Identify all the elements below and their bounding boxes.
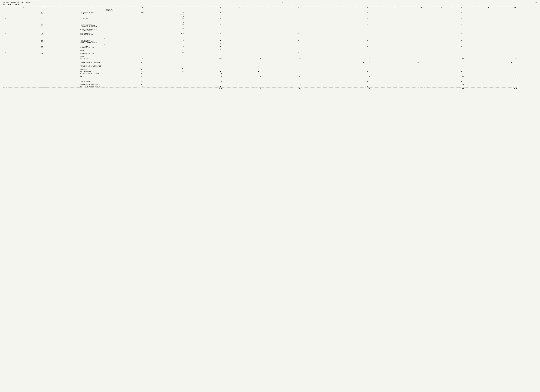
row-num: 42 xyxy=(3,46,6,50)
col-header-3: 3 xyxy=(80,7,106,9)
row-c12: •-------- xyxy=(513,12,517,16)
row-c6: •-------- xyxy=(219,12,222,16)
summary-row-itogo-smete: ИТОГО ПО СМЕТЕ РУБ.---- 6893 512 215 46-… xyxy=(3,58,537,62)
preheader-row: ЧИСЛОМ ЖИЛ И СЕЧЕНИЕМ,ММ2;10Х4 xyxy=(3,9,537,12)
col-header-sep2: : xyxy=(46,7,80,9)
col-header-2: 2 xyxy=(41,7,46,9)
smetnaya-zp-unit: РУБ. xyxy=(140,86,145,88)
col-header-sep7: : xyxy=(262,7,296,9)
itogo-smete-col10 xyxy=(419,58,425,62)
normativ-trud-label: НОРМАТИВНАЯ ТРУДОЕМКОСТЬ В Н.Р. = xyxy=(80,84,106,86)
itogo-smete-col11: 386--------- xyxy=(459,58,464,62)
row-c8: 1 xyxy=(296,12,301,16)
row-num: 37 xyxy=(3,12,6,16)
nuchp-unit: РУБ. xyxy=(140,82,145,84)
nuchp-label: НАКЛАДНЫЕ НУЧП = xyxy=(80,82,106,84)
material-unit: РУБ. xyxy=(140,73,145,76)
col-header-sep1: : xyxy=(6,7,41,9)
col-header-sep5: : xyxy=(185,7,219,9)
itogo2-col9: 16 xyxy=(365,76,370,80)
row-unit: 1000М xyxy=(140,12,145,16)
row-code: ТО №Е xyxy=(41,18,46,22)
row-num: 40 xyxy=(3,33,6,38)
itogo-final-col7: 773 xyxy=(256,88,262,89)
center-label: ТО xyxy=(281,2,283,3)
nakladnye-col6: 188 xyxy=(219,81,222,82)
itogo2-unit: РУБ.---- xyxy=(140,76,145,80)
summary-row-normativ-trud: НОРМАТИВНАЯ ТРУДОЕМКОСТЬ В Н.Р. = РУБ. •… xyxy=(3,84,537,86)
doc-number: 10022026 xyxy=(531,2,537,3)
summary-row-nakladnye-nuchp: НАКЛАДНЫЕ НУЧП = РУБ. • • • • xyxy=(3,82,537,84)
shef-label: ШЕФМОНТАЖ = xyxy=(80,69,106,71)
col-header-sep8: : xyxy=(301,7,365,9)
table-row-sub: М 0,97 xyxy=(3,16,537,18)
table-row-sub: 1000ШТ xyxy=(3,50,537,52)
itogo-final-col11: 422 xyxy=(459,88,464,89)
row-c11: •-------- xyxy=(459,12,464,16)
table-row: 43 2405-1698 -ПОЛКИ=К1163У3 ТУ36-1496-75… xyxy=(3,52,537,56)
itogo-obor-label: ИТОГО ОБОРУДОВАНИЯ: xyxy=(80,71,106,72)
itogo-obor-col5: 7445 xyxy=(179,71,185,72)
itogo-smete-col7: 512 xyxy=(256,58,262,62)
normativ-col11: 21 xyxy=(464,62,513,67)
table-row: 42 2405-1862 -СТОЙКИ=К1151У3 ТУ36-1496-7… xyxy=(3,46,537,50)
itogo-final-col6: 7445 xyxy=(219,88,222,89)
row-desc: -ПОЛКИ=К1163У3 ТУ36-1496-75,ИЗМ,НР2-79 xyxy=(80,52,106,56)
itogo-final-col9: 46 xyxy=(365,88,370,89)
table-row: 38 ТО №Е -ТО ЖЕ А=25Х1.6 1,00-------- •-… xyxy=(3,18,537,22)
document-title: 467-3-476.13.87. xyxy=(3,4,537,6)
col-header-7: 7 xyxy=(256,7,262,9)
normativ-trud-col8: 31 xyxy=(296,84,301,86)
itogo-smete-col9: 46--------- xyxy=(365,58,370,62)
row-num: 41 xyxy=(3,40,6,44)
normativ-label: НОРМАТИВ.УСЛОВНО-ЧИСТАЯ ПРОДУКЦИЯ = ЗАПА… xyxy=(80,62,106,67)
col-header-sep6: : xyxy=(222,7,256,9)
nakladnye-label: НАКЛАДНЫЕ РАСХОДЫ = xyxy=(80,81,106,82)
col-header-sep4: : xyxy=(145,7,179,9)
col-header-11: 11 xyxy=(459,7,464,9)
material-col6: 73 xyxy=(219,73,222,76)
itogo-final-col8: 246 xyxy=(296,88,301,89)
itogo2-col6: 585 xyxy=(219,76,222,80)
itogo2-col7: 215 xyxy=(256,76,262,80)
summary-row-itogo-obor: ИТОГО ОБОРУДОВАНИЯ: РУБ. 7445 • • • • • … xyxy=(3,71,537,72)
normativ-unit: РУБ.РУБ. xyxy=(140,62,145,67)
itogo-final-label: ИТОГО: xyxy=(80,88,106,89)
itogo2-col12: 3,80 xyxy=(513,76,517,80)
itogo-smete-col5 xyxy=(179,58,185,62)
summary-row-material: МАТЕРИАЛЬНЫЕ РЕСУРСЫ, НЕ УЧТЕННЫЕ В РАСЦ… xyxy=(3,73,537,76)
row-num: 38 xyxy=(3,18,6,22)
itogo-obor-unit: РУБ. xyxy=(140,71,145,72)
table-row: 39 С152-179 -ПРОВОДА СИЛОВЫЕ ДЛЯ ЭЛЕКТРИ… xyxy=(3,24,537,31)
row-desc: -ТРУБЫ ЭЛЕКТРОСВАРНЫЕ .Д=18Х1.6 xyxy=(80,12,106,16)
row-desc: -ШИНЫ АЛЮМИНИЕВЫЕ ПРЯМОУГОЛЬНОГО СЕЧЕНИЯ… xyxy=(80,33,106,38)
normativ-col9: 16 xyxy=(370,62,419,67)
row-c10: • xyxy=(419,12,425,16)
program-name: ПРОГРАММНЫЙ КОМПЛЕКС АВС-3ЕС ( РЕДАКЦИЯ … xyxy=(3,2,33,3)
itogo2-col8: 46 •--------- xyxy=(296,76,301,80)
row-c9: •-------- xyxy=(365,12,370,16)
material-label: МАТЕРИАЛЬНЫЕ РЕСУРСЫ, НЕ УЧТЕННЫЕ В РАСЦ… xyxy=(80,73,106,76)
row-code: С152-564 xyxy=(41,33,46,38)
row-code: С152-560 xyxy=(41,40,46,44)
summary-row-itogo2: ИТОГО: РУБ.---- 585 215 46 •--------- 16… xyxy=(3,76,537,80)
row-desc: -ТО ЖЕ А=25Х1.6 xyxy=(80,18,106,22)
itogo-smete-col6: 6893 xyxy=(219,58,222,62)
normativ-col8: 261 xyxy=(301,62,365,67)
table-row-sub: КГ xyxy=(3,38,537,40)
summary-row-smetnaya-zp: СМЕТНАЯ ЗАРАБОТНАЯ ПЛАТА В Н.Р. = РУБ. •… xyxy=(3,86,537,88)
row-num: 43 xyxy=(3,52,6,56)
itogo-smete-unit: РУБ.---- xyxy=(140,58,145,62)
summary-row-shef: ШЕФМОНТАЖ = РУБ. • • • • • • • xyxy=(3,69,537,71)
table-row-sub: КГ xyxy=(3,44,537,46)
itogo-smete-label: ИТОГО ПО СМЕТЕ xyxy=(80,58,106,62)
col-header-12: 12 xyxy=(513,7,517,9)
smetnaya-zp-label: СМЕТНАЯ ЗАРАБОТНАЯ ПЛАТА В Н.Р. = xyxy=(80,86,106,88)
itogo2-label: ИТОГО: xyxy=(80,76,106,80)
normativ-trud-col11: 15 xyxy=(459,84,464,86)
row-desc: -ШИНЫ АЛЮМИНИЕВЫЕ ПРЯМОУГОЛЬНОГО СЕЧЕНИЯ… xyxy=(80,40,106,44)
table-row: 40 С152-564 -ШИНЫ АЛЮМИНИЕВЫЕ ПРЯМОУГОЛЬ… xyxy=(3,33,537,38)
vania-label: ВАНИЯ = xyxy=(80,67,106,69)
row-desc: -ПРОВОДА СИЛОВЫЕ ДЛЯ ЭЛЕКТРИЧЕСКИХ УСТАН… xyxy=(80,24,106,31)
row-code: С152-179 xyxy=(41,24,46,31)
